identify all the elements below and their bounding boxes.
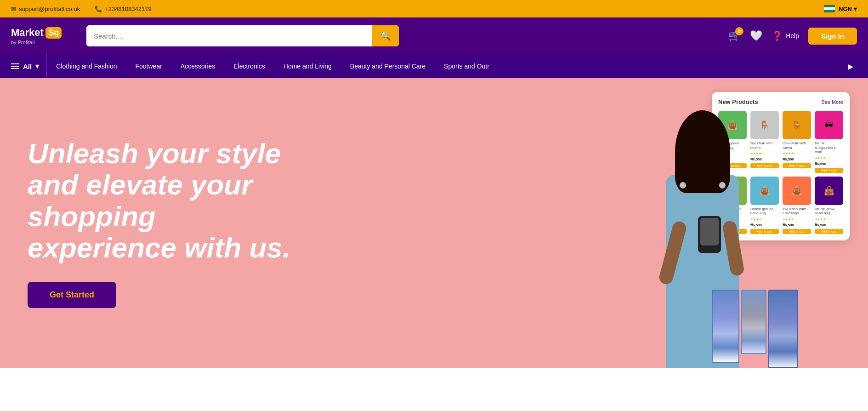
sign-in-button[interactable]: Sign In: [808, 28, 857, 45]
product-stars: ★★★★☆: [783, 152, 811, 155]
help-button[interactable]: ❓ Help: [772, 30, 799, 41]
top-bar: support@profitall.co.uk +2348108342179 N…: [0, 0, 868, 17]
all-label: All: [23, 63, 32, 70]
chevron-down-icon: ▾: [854, 6, 857, 12]
search-icon: 🔍: [380, 31, 391, 41]
nav-link-sports[interactable]: Sports and Outr: [435, 54, 499, 78]
product-card: 👜Brunin grow hand bag★★★★☆₦6,500Add to c…: [815, 177, 843, 234]
product-card: 🪑Oak chair with Smith★★★★☆₦6,500Add to c…: [783, 111, 811, 173]
logo-sq-text: Sq: [45, 27, 62, 39]
product-card: 🕶Brunin sunglasses B from★★★★☆₦6,500Add …: [815, 111, 843, 173]
product-image: 👜: [750, 177, 779, 205]
logo-subtitle: by Profitall: [11, 40, 34, 45]
earring-left: [680, 182, 686, 188]
product-image: 🪑: [783, 111, 811, 139]
search-bar: 🔍: [86, 25, 399, 46]
nav-link-clothing[interactable]: Clothing and Fashion: [47, 54, 126, 78]
wishlist-icon[interactable]: 🤍: [750, 30, 762, 42]
cart-button[interactable]: 🛒 0: [728, 30, 741, 42]
add-to-cart-button[interactable]: Add to cart: [750, 229, 779, 234]
email-address: support@profitall.co.uk: [19, 6, 80, 12]
logo[interactable]: Market Sq by Profitall: [11, 27, 75, 45]
product-price: ₦6,500: [750, 157, 779, 161]
nav-link-footwear[interactable]: Footwear: [126, 54, 171, 78]
product-card: 👜Brunin ground hand bag★★★★☆₦6,500Add to…: [750, 177, 779, 234]
phone-contact: +2348108342179: [95, 6, 152, 12]
add-to-cart-button[interactable]: Add to cart: [815, 229, 843, 234]
top-bar-right: NGN ▾: [824, 5, 857, 12]
nav-link-electronics[interactable]: Electronics: [224, 54, 274, 78]
product-stars: ★★★★☆: [750, 152, 779, 155]
cart-count-badge: 0: [735, 27, 743, 35]
nav-next-arrow-icon[interactable]: ▶: [844, 62, 857, 71]
product-price: ₦6,500: [815, 162, 843, 166]
header-actions: 🛒 0 🤍 ❓ Help Sign In: [728, 28, 857, 45]
search-button[interactable]: 🔍: [372, 25, 399, 46]
product-name: Brunin grow hand bag: [815, 207, 843, 216]
hamburger-icon: [11, 63, 19, 69]
panel-see-more[interactable]: See More: [821, 99, 843, 105]
phone-number: +2348108342179: [105, 6, 152, 12]
currency-selector[interactable]: NGN ▾: [839, 6, 857, 12]
bag-1: [712, 290, 739, 363]
product-name: TwBeach Wild Foot bags: [783, 207, 811, 216]
phone: [698, 216, 721, 253]
nav-all-button[interactable]: All ▾: [11, 54, 47, 78]
panel-header: New Products See More: [718, 98, 843, 105]
product-price: ₦6,500: [783, 157, 811, 161]
hero-title: Unleash your style and elevate your shop…: [28, 138, 303, 263]
add-to-cart-button[interactable]: Add to cart: [783, 229, 811, 234]
nav-link-accessories[interactable]: Accessories: [171, 54, 224, 78]
product-price: ₦6,500: [750, 223, 779, 227]
product-name: Brunin ground hand bag: [750, 207, 779, 216]
product-name: Bar chair with thumb: [750, 141, 779, 150]
currency-code: NGN: [839, 6, 852, 12]
all-chevron-icon: ▾: [35, 62, 39, 70]
logo-market-text: Market: [11, 27, 44, 39]
product-stars: ★★★★☆: [783, 217, 811, 221]
add-to-cart-button[interactable]: Add to cart: [815, 168, 843, 173]
product-card: 👜TwBeach Wild Foot bags★★★★☆₦6,500Add to…: [783, 177, 811, 234]
woman-hair: [675, 110, 730, 193]
panel-title: New Products: [718, 98, 758, 105]
logo-top: Market Sq: [11, 27, 62, 39]
product-name: Oak chair with Smith: [783, 141, 811, 150]
product-price: ₦6,500: [815, 223, 843, 227]
earring-right: [719, 182, 726, 188]
help-label: Help: [786, 32, 799, 40]
phone-icon: [95, 6, 102, 12]
nav-link-beauty[interactable]: Beauty and Personal Care: [341, 54, 435, 78]
add-to-cart-button[interactable]: Add to cart: [783, 163, 811, 168]
mail-icon: [11, 6, 16, 12]
product-name: Brunin sunglasses B from: [815, 141, 843, 154]
nav-links: Clothing and Fashion Footwear Accessorie…: [47, 54, 844, 78]
phone-screen: [700, 218, 719, 245]
product-image: 👜: [783, 177, 811, 205]
add-to-cart-button[interactable]: Add to cart: [750, 163, 779, 168]
nigeria-flag: [824, 5, 835, 12]
email-contact: support@profitall.co.uk: [11, 6, 80, 12]
header: Market Sq by Profitall 🔍 🛒 0 🤍 ❓ Help Si…: [0, 17, 868, 54]
product-card: 🪑Bar chair with thumb★★★★☆₦6,500Add to c…: [750, 111, 779, 173]
hero-section: Unleash your style and elevate your shop…: [0, 78, 868, 368]
get-started-button[interactable]: Get Started: [28, 282, 116, 308]
product-image: 🪑: [750, 111, 779, 139]
help-circle-icon: ❓: [772, 30, 783, 41]
search-input[interactable]: [86, 27, 372, 46]
product-price: ₦6,500: [783, 223, 811, 227]
nav-bar: All ▾ Clothing and Fashion Footwear Acce…: [0, 54, 868, 78]
hero-content: Unleash your style and elevate your shop…: [28, 138, 303, 308]
product-image: 👜: [815, 177, 843, 205]
product-stars: ★★★★☆: [815, 156, 843, 160]
product-stars: ★★★★☆: [815, 217, 843, 221]
shopping-bags: [712, 290, 798, 368]
flag-right-green: [824, 10, 835, 12]
product-stars: ★★★★☆: [750, 217, 779, 221]
product-image: 🕶: [815, 111, 843, 139]
bag-3: [768, 290, 798, 368]
nav-link-home-living[interactable]: Home and Living: [274, 54, 341, 78]
bag-2: [741, 290, 766, 354]
